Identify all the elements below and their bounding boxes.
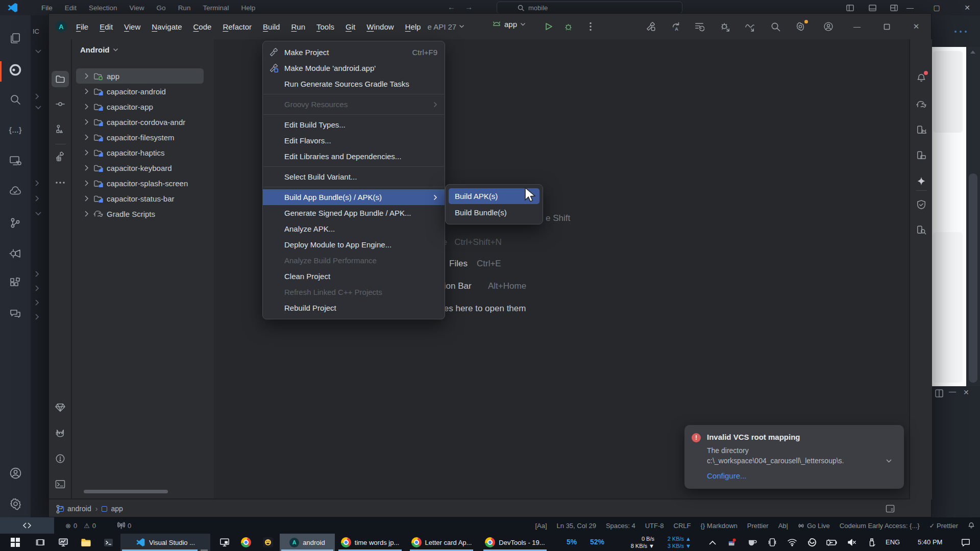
menu-item-analyze-build-performance[interactable]: Analyze Build Performance (263, 253, 445, 268)
usb-icon[interactable] (866, 537, 878, 548)
chevron-right-icon[interactable] (84, 88, 89, 95)
menu-item-select-build-variant[interactable]: Select Build Variant... (263, 169, 445, 185)
volume-muted-icon[interactable] (846, 537, 858, 548)
search-everywhere-icon[interactable] (767, 19, 784, 34)
vscode-menu-file[interactable]: File (36, 3, 58, 13)
ram-usage[interactable]: 52% (586, 538, 608, 546)
gemini-sparkle-icon[interactable] (913, 173, 930, 189)
logcat-icon[interactable] (52, 425, 69, 442)
chevron-right-icon[interactable] (84, 103, 89, 110)
chevron-right-icon[interactable] (35, 285, 40, 292)
run-button[interactable] (540, 19, 557, 34)
scrollbar-thumb[interactable] (969, 173, 977, 383)
configure-link[interactable]: Configure... (707, 471, 747, 480)
cup-icon[interactable] (746, 537, 758, 548)
taskbar-app-chrome3[interactable]: DevTools - 19... (482, 534, 548, 551)
tree-row-capacitor-filesystem[interactable]: capacitor-filesystem (72, 130, 213, 145)
build-variants-icon[interactable] (52, 148, 69, 165)
device-selector[interactable]: e API 27 (427, 22, 464, 31)
performance-monitor-button[interactable] (53, 534, 74, 551)
debug-button[interactable] (559, 19, 577, 34)
profiler-icon[interactable] (741, 19, 758, 34)
settings-gear-icon[interactable] (8, 496, 23, 511)
vscode-menu-selection[interactable]: Selection (83, 3, 123, 13)
vscode-menu-go[interactable]: Go (151, 3, 172, 13)
studio-menu-file[interactable]: File (70, 20, 94, 33)
chevron-right-icon[interactable] (84, 180, 89, 187)
vscode-menu-run[interactable]: Run (173, 3, 197, 13)
vscode-menu-help[interactable]: Help (235, 3, 261, 13)
vscode-menu-terminal[interactable]: Terminal (197, 3, 234, 13)
panel-close-icon[interactable]: ✕ (963, 388, 969, 396)
vscode-menu-view[interactable]: View (124, 3, 150, 13)
tree-row-app[interactable]: app (76, 68, 204, 84)
tray-expand-icon[interactable] (706, 537, 719, 548)
status-codeium[interactable]: Codeium Early Access: {...} (840, 522, 920, 530)
menu-item-make-project[interactable]: Make Project Ctrl+F9 (263, 44, 445, 60)
gradle-icon[interactable] (913, 96, 930, 113)
status-ab[interactable]: Ab| (778, 522, 788, 530)
tree-row-capacitor-android[interactable]: capacitor-android (72, 84, 213, 99)
action-center-icon[interactable] (960, 537, 972, 548)
chevron-right-icon[interactable] (35, 180, 40, 187)
status-language-mode[interactable]: {} Markdown (701, 522, 738, 530)
studio-minimize-button[interactable]: — (848, 19, 866, 34)
attach-debugger-icon[interactable] (717, 19, 734, 34)
breadcrumb-root[interactable]: android (67, 505, 91, 513)
studio-menu-help[interactable]: Help (400, 20, 427, 33)
extensions-icon[interactable] (8, 276, 23, 291)
problems-status[interactable]: ⊗0 ⚠0 (65, 522, 96, 530)
tree-row-capacitor-cordova-android[interactable]: capacitor-cordova-andr (72, 114, 213, 130)
battery-icon[interactable] (826, 537, 838, 548)
taskbar-app-chrome2[interactable]: Letter card Ap... (408, 534, 475, 551)
vscode-menu-edit[interactable]: Edit (59, 3, 82, 13)
history-back-icon[interactable]: ← (443, 3, 460, 11)
status-prettier-check[interactable]: ✓ Prettier (929, 522, 958, 530)
chevron-right-icon[interactable] (35, 195, 40, 202)
wifi-icon[interactable] (786, 537, 798, 548)
commit-icon[interactable] (52, 96, 69, 112)
studio-menu-build[interactable]: Build (257, 20, 285, 33)
panel-layout-icon[interactable] (886, 505, 895, 513)
chevron-right-icon[interactable] (35, 313, 40, 320)
chrome-button[interactable] (236, 534, 256, 551)
menu-item-make-module[interactable]: Make Module 'android.app' (263, 60, 445, 76)
gem-icon[interactable] (52, 399, 69, 416)
source-control-icon[interactable] (8, 215, 23, 231)
breadcrumb-leaf[interactable]: app (111, 505, 122, 513)
taskbar-app-chrome1[interactable]: time words jp... (337, 534, 403, 551)
vscode-scrollbar[interactable] (966, 47, 980, 386)
menu-item-build-app-bundle-apk[interactable]: Build App Bundle(s) / APK(s) (263, 189, 445, 205)
power-swirl-icon[interactable] (806, 537, 818, 548)
bell-icon[interactable] (968, 522, 975, 530)
apply-code-changes-icon[interactable] (691, 19, 708, 34)
vscode-close-button[interactable]: ✕ (955, 0, 979, 15)
status-go-live[interactable]: Go Live (798, 522, 830, 530)
status-formatter[interactable]: Prettier (747, 522, 769, 530)
horizontal-scrollbar-thumb[interactable] (84, 490, 168, 493)
chevron-down-icon[interactable] (35, 105, 42, 110)
disk-io-stats[interactable]: 0 B/s 8 KB/s ▼ (612, 535, 654, 549)
running-devices-icon[interactable] (913, 147, 930, 164)
menu-item-edit-build-types[interactable]: Edit Build Types... (263, 117, 445, 133)
build-hammer-icon[interactable] (642, 19, 659, 34)
remote-screen-icon[interactable] (8, 153, 23, 168)
studio-menu-code[interactable]: Code (188, 20, 217, 33)
notifications-bell-icon[interactable] (913, 70, 930, 86)
more-actions-kebab-icon[interactable] (582, 19, 599, 34)
language-indicator[interactable]: ENG (886, 538, 900, 546)
chevron-right-icon[interactable] (35, 299, 40, 306)
run-configuration[interactable]: app (492, 20, 526, 29)
studio-menu-run[interactable]: Run (285, 20, 311, 33)
apply-changes-icon[interactable]: A (668, 19, 685, 34)
status-cursor-position[interactable]: Ln 35, Col 29 (557, 522, 596, 530)
chevron-right-icon[interactable] (84, 72, 89, 80)
more-tool-windows-icon[interactable] (52, 174, 69, 191)
tree-row-capacitor-haptics[interactable]: capacitor-haptics (72, 145, 213, 160)
ports-status[interactable]: 0 (117, 522, 131, 530)
device-explorer-icon[interactable] (913, 222, 930, 238)
panel-minimize-icon[interactable]: — (949, 387, 956, 395)
chevron-right-icon[interactable] (35, 270, 40, 278)
structure-icon[interactable] (52, 121, 69, 137)
studio-menu-tools[interactable]: Tools (311, 20, 340, 33)
